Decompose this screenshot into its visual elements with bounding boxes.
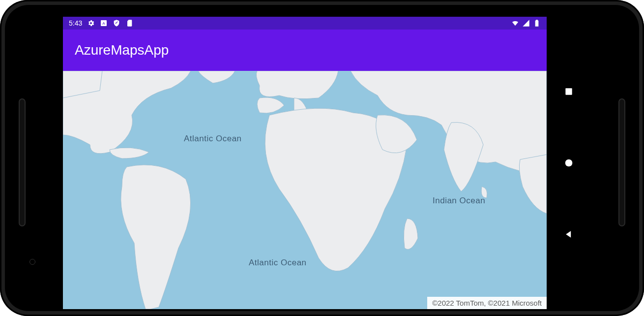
- nav-recent-button[interactable]: [563, 86, 575, 97]
- nav-back-button[interactable]: [563, 228, 575, 240]
- device-screen: 5:43 A: [63, 17, 591, 309]
- map-land: [63, 71, 547, 309]
- map-label-indian: Indian Ocean: [433, 196, 485, 206]
- signal-icon: [522, 19, 530, 27]
- device-camera: [29, 259, 35, 265]
- shield-icon: [113, 19, 120, 27]
- map-label-atlantic-n: Atlantic Ocean: [184, 134, 242, 144]
- gear-icon: [87, 19, 95, 27]
- status-bar: 5:43 A: [63, 17, 547, 30]
- svg-text:A: A: [103, 21, 106, 26]
- svg-rect-2: [565, 89, 572, 95]
- device-speaker-right: [618, 98, 625, 226]
- app-badge-icon: A: [100, 19, 108, 27]
- sd-card-icon: [125, 19, 133, 27]
- nav-home-button[interactable]: [563, 157, 575, 169]
- app-bar: AzureMapsApp: [63, 30, 547, 71]
- device-frame-outer: 5:43 A: [0, 0, 644, 316]
- app-title: AzureMapsApp: [75, 42, 169, 58]
- map-label-atlantic-s: Atlantic Ocean: [249, 258, 307, 268]
- battery-icon: [533, 19, 541, 27]
- device-frame-inner: 5:43 A: [5, 5, 639, 311]
- screen-content: 5:43 A: [63, 17, 547, 309]
- map-viewport[interactable]: Atlantic Ocean Atlantic Ocean Indian Oce…: [63, 71, 547, 309]
- svg-point-3: [565, 159, 573, 167]
- status-bar-right: [511, 19, 541, 27]
- wifi-icon: [511, 19, 519, 27]
- android-nav-bar: [547, 17, 591, 309]
- device-speaker-left: [19, 98, 26, 226]
- status-bar-left: 5:43 A: [69, 19, 133, 27]
- map-attribution: ©2022 TomTom, ©2021 Microsoft: [427, 297, 547, 309]
- status-clock: 5:43: [69, 19, 82, 27]
